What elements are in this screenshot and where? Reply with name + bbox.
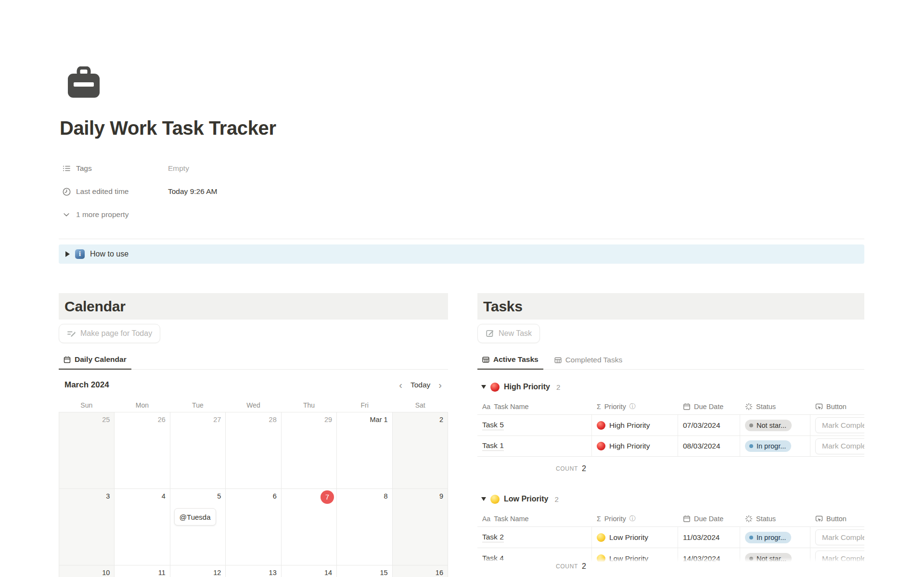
calendar-day-cell[interactable]: 12 [170, 565, 226, 577]
calendar-day-cell[interactable]: 26 [115, 412, 170, 489]
tasks-view-tabs: Active Tasks Completed Tasks [477, 350, 864, 370]
column-priority[interactable]: ΣPriorityⓘ [592, 511, 678, 526]
calendar-event-chip[interactable]: @Tuesda [174, 508, 216, 526]
calendar-day-cell[interactable]: 25 [59, 412, 115, 489]
tab-completed-tasks[interactable]: Completed Tasks [550, 350, 628, 370]
list-icon [62, 164, 71, 173]
toggle-down-icon [481, 497, 486, 501]
text-property-icon: Aa [482, 515, 490, 523]
calendar-day-cell[interactable]: 11 [115, 565, 170, 577]
column-priority[interactable]: ΣPriorityⓘ [592, 398, 678, 414]
column-task-name[interactable]: AaTask Name [477, 398, 592, 414]
more-properties-toggle[interactable]: 1 more property [62, 203, 218, 226]
new-task-button[interactable]: New Task [477, 324, 540, 343]
tasks-heading-bar: Tasks [477, 293, 864, 320]
group-toggle-low-priority[interactable]: Low Priority 2 [477, 492, 864, 506]
calendar-day-cell[interactable]: 29 [282, 412, 337, 489]
mark-complete-button[interactable]: Mark Comple [815, 417, 864, 433]
toggle-down-icon [481, 385, 486, 389]
calendar-day-cell[interactable]: 2 [393, 412, 448, 489]
calendar-day-cell[interactable]: 3 [59, 489, 115, 565]
task-title[interactable]: Task 5 [482, 421, 504, 430]
date-property-icon [683, 515, 691, 523]
calendar-day-cell-today[interactable]: 7 [282, 489, 337, 565]
task-title[interactable]: Task 2 [482, 533, 504, 542]
column-task-name[interactable]: AaTask Name [477, 511, 592, 526]
table-view-icon [482, 356, 489, 363]
calendar-day-cell[interactable]: 5 @Tuesda [170, 489, 226, 565]
calendar-day-cell[interactable]: 13 [226, 565, 281, 577]
prev-month-icon[interactable]: ‹ [399, 380, 402, 390]
column-status[interactable]: Status [740, 511, 810, 526]
new-page-icon [486, 329, 494, 338]
due-date-cell[interactable]: 07/03/2024 [678, 415, 740, 436]
red-circle-icon [490, 383, 500, 392]
table-row: Task 1 High Priority 08/03/2024 In progr… [477, 436, 864, 457]
calendar-day-cell[interactable]: 9 [393, 489, 448, 565]
calendar-day-cell[interactable]: 28 [226, 412, 281, 489]
calendar-day-cell[interactable]: 16 [393, 565, 448, 577]
calendar-day-cell[interactable]: 8 [337, 489, 392, 565]
property-last-edited[interactable]: Last edited time Today 9:26 AM [62, 180, 218, 203]
status-pill[interactable]: In progr... [745, 440, 791, 452]
mark-complete-button[interactable]: Mark Comple [815, 529, 864, 545]
status-pill[interactable]: Not star... [745, 420, 792, 431]
property-label: Last edited time [76, 187, 128, 196]
how-to-use-toggle[interactable]: i How to use [59, 244, 864, 264]
briefcase-icon[interactable] [66, 66, 101, 100]
compose-icon [67, 329, 76, 338]
status-property-icon [745, 403, 753, 410]
calendar-day-cell[interactable]: 4 [115, 489, 170, 565]
today-badge: 7 [321, 490, 334, 504]
task-title[interactable]: Task 1 [482, 441, 504, 451]
red-circle-icon [597, 421, 605, 430]
calendar-month-header: March 2024 ‹ Today › [59, 378, 448, 392]
calendar-day-cell[interactable]: 10 [59, 565, 115, 577]
calendar-day-cell[interactable]: Mar 1 [337, 412, 392, 489]
mark-complete-button[interactable]: Mark Comple [815, 438, 864, 454]
calendar-heading: Calendar [64, 298, 126, 315]
column-button[interactable]: Button [810, 398, 864, 414]
due-date-cell[interactable]: 08/03/2024 [678, 436, 740, 456]
property-value-tags[interactable]: Empty [168, 164, 189, 173]
next-month-icon[interactable]: › [438, 380, 442, 390]
calendar-grid: 25 26 27 28 29 Mar 1 2 3 4 5 @Tuesda 6 7… [59, 412, 448, 577]
make-page-for-today-button[interactable]: Make page for Today [59, 324, 160, 343]
column-due-date[interactable]: Due Date [678, 511, 740, 526]
clock-icon [62, 187, 71, 196]
table-view-icon [554, 357, 562, 364]
status-dot-icon [749, 423, 753, 427]
column-button[interactable]: Button [810, 511, 864, 526]
page-title: Daily Work Task Tracker [60, 117, 276, 139]
count-row: COUNT 2 [477, 457, 864, 476]
calendar-day-cell[interactable]: 15 [337, 565, 392, 577]
calendar-day-cell[interactable]: 6 [226, 489, 281, 565]
calendar-view-icon [64, 356, 71, 363]
toggle-right-icon[interactable] [65, 251, 70, 257]
property-label: Tags [76, 164, 92, 173]
formula-icon: Σ [597, 515, 601, 523]
tab-active-tasks[interactable]: Active Tasks [477, 350, 543, 370]
yellow-circle-icon [597, 533, 605, 542]
calendar-view-tabs: Daily Calendar [59, 350, 448, 370]
property-tags[interactable]: Tags Empty [62, 157, 218, 180]
calendar-day-cell[interactable]: 27 [170, 412, 226, 489]
info-emoji-icon: i [75, 249, 85, 259]
status-dot-icon [749, 444, 753, 448]
calendar-heading-bar: Calendar [59, 293, 448, 320]
tab-daily-calendar[interactable]: Daily Calendar [59, 350, 131, 370]
date-property-icon [683, 403, 691, 410]
formula-icon: Σ [597, 403, 601, 410]
column-status[interactable]: Status [740, 398, 810, 414]
due-date-cell[interactable]: 11/03/2024 [678, 527, 740, 548]
column-due-date[interactable]: Due Date [678, 398, 740, 414]
calendar-day-cell[interactable]: 14 [282, 565, 337, 577]
group-toggle-high-priority[interactable]: High Priority 2 [477, 380, 864, 394]
count-footer: COUNT 2 [477, 557, 864, 577]
red-circle-icon [597, 442, 605, 450]
table-header: AaTask Name ΣPriorityⓘ Due Date [477, 511, 864, 526]
status-pill[interactable]: In progr... [745, 532, 791, 543]
today-button[interactable]: Today [411, 381, 430, 389]
tasks-heading: Tasks [483, 298, 523, 315]
text-property-icon: Aa [482, 403, 490, 410]
